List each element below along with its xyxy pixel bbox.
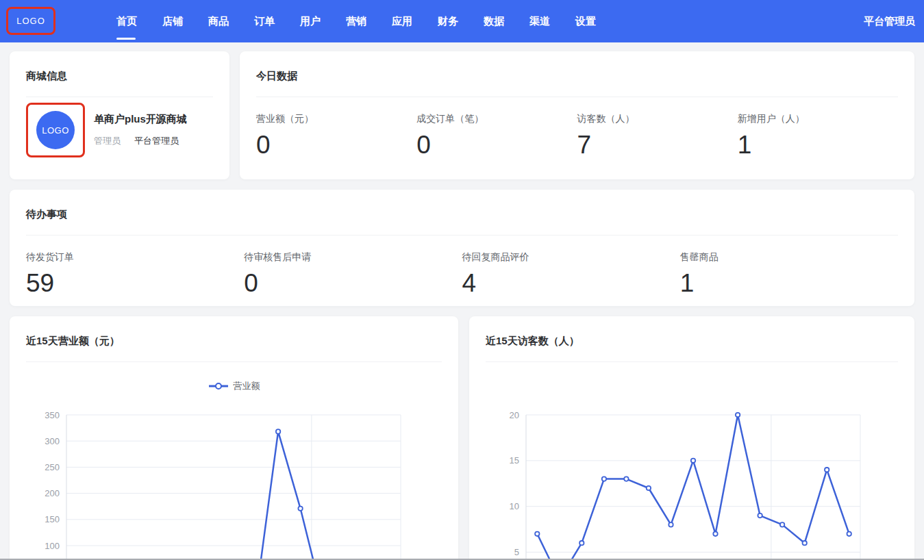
nav-item[interactable]: 商品 — [208, 0, 229, 42]
nav-menu: 首页店铺商品订单用户营销应用财务数据渠道设置 — [116, 0, 596, 42]
svg-text:350: 350 — [45, 410, 60, 420]
revenue-line-chart[interactable]: 350300250200150100 — [10, 407, 458, 560]
svg-text:150: 150 — [45, 514, 60, 524]
today-stats-row: 营业额（元）0成交订单（笔）0访客数（人）7新增用户（人）1 — [240, 97, 914, 160]
nav-item[interactable]: 数据 — [484, 0, 504, 42]
stat-item: 待发货订单59 — [26, 251, 244, 298]
svg-text:250: 250 — [45, 462, 60, 472]
svg-text:300: 300 — [45, 436, 60, 446]
mall-info-card: 商城信息 LOGO 单商户plus开源商城 管理员 平台管理员 — [10, 51, 229, 179]
visitors-line-chart[interactable]: 2015105 — [469, 407, 914, 560]
nav-item[interactable]: 店铺 — [162, 0, 183, 42]
main-content: 商城信息 LOGO 单商户plus开源商城 管理员 平台管理员 今日数据 营业额… — [0, 42, 924, 560]
stat-item: 待回复商品评价4 — [462, 251, 680, 298]
todo-title: 待办事项 — [26, 208, 898, 221]
stat-item: 新增用户（人）1 — [738, 113, 898, 160]
avatar-highlight-box: LOGO — [26, 103, 85, 157]
logo[interactable]: LOGO — [16, 16, 45, 26]
svg-text:100: 100 — [45, 541, 60, 551]
stat-label: 待发货订单 — [26, 251, 244, 264]
top-nav: LOGO 首页店铺商品订单用户营销应用财务数据渠道设置 平台管理员 — [0, 0, 924, 42]
svg-text:200: 200 — [45, 488, 60, 498]
visitors-chart-card: 近15天访客数（人） 2015105 — [469, 316, 914, 560]
nav-item[interactable]: 应用 — [392, 0, 412, 42]
today-data-card: 今日数据 营业额（元）0成交订单（笔）0访客数（人）7新增用户（人）1 — [240, 51, 914, 179]
stat-value: 1 — [738, 131, 898, 160]
divider — [26, 361, 442, 362]
stat-label: 待审核售后申请 — [244, 251, 462, 264]
nav-user-menu[interactable]: 平台管理员 — [864, 15, 915, 28]
nav-item[interactable]: 首页 — [116, 0, 137, 42]
todo-stats-row: 待发货订单59待审核售后申请0待回复商品评价4售罄商品1 — [10, 236, 914, 298]
svg-text:20: 20 — [510, 410, 519, 420]
mall-name: 单商户plus开源商城 — [94, 113, 187, 126]
stat-value: 1 — [680, 269, 898, 298]
visitors-chart-title: 近15天访客数（人） — [486, 335, 898, 348]
nav-item[interactable]: 财务 — [438, 0, 458, 42]
nav-item[interactable]: 渠道 — [529, 0, 550, 42]
todo-card: 待办事项 待发货订单59待审核售后申请0待回复商品评价4售罄商品1 — [10, 190, 914, 306]
stat-value: 4 — [462, 269, 680, 298]
stat-item: 售罄商品1 — [680, 251, 898, 298]
stat-value: 7 — [577, 131, 738, 160]
stat-label: 售罄商品 — [680, 251, 898, 264]
stat-value: 0 — [244, 269, 462, 298]
stat-label: 新增用户（人） — [738, 113, 898, 125]
svg-text:10: 10 — [510, 501, 519, 511]
stat-item: 访客数（人）7 — [577, 113, 738, 160]
stat-label: 成交订单（笔） — [416, 113, 577, 125]
role-label: 管理员 — [94, 135, 121, 147]
stat-value: 59 — [26, 269, 244, 298]
svg-text:15: 15 — [510, 455, 519, 466]
chart-legend[interactable]: 营业额 — [10, 380, 458, 392]
stat-label: 访客数（人） — [577, 113, 738, 125]
nav-item[interactable]: 用户 — [300, 0, 321, 42]
stat-item: 营业额（元）0 — [256, 113, 416, 160]
stat-value: 0 — [416, 131, 577, 160]
nav-item[interactable]: 订单 — [254, 0, 275, 42]
logo-highlight-box: LOGO — [6, 7, 55, 35]
legend-line-circle-icon — [208, 383, 229, 390]
mall-info-title: 商城信息 — [26, 70, 213, 83]
role-value: 平台管理员 — [134, 135, 179, 147]
stat-value: 0 — [256, 131, 416, 160]
mall-avatar: LOGO — [36, 111, 75, 149]
revenue-chart-card: 近15天营业额（元） 营业额 350300250200150100 — [10, 316, 458, 560]
stat-item: 成交订单（笔）0 — [416, 113, 577, 160]
stat-label: 营业额（元） — [256, 113, 416, 125]
stat-item: 待审核售后申请0 — [244, 251, 462, 298]
svg-text:5: 5 — [514, 547, 519, 557]
nav-item[interactable]: 营销 — [346, 0, 366, 42]
divider — [486, 361, 898, 362]
nav-item[interactable]: 设置 — [575, 0, 596, 42]
stat-label: 待回复商品评价 — [462, 251, 680, 264]
legend-label: 营业额 — [234, 380, 260, 392]
today-data-title: 今日数据 — [256, 70, 898, 83]
revenue-chart-title: 近15天营业额（元） — [26, 335, 442, 348]
